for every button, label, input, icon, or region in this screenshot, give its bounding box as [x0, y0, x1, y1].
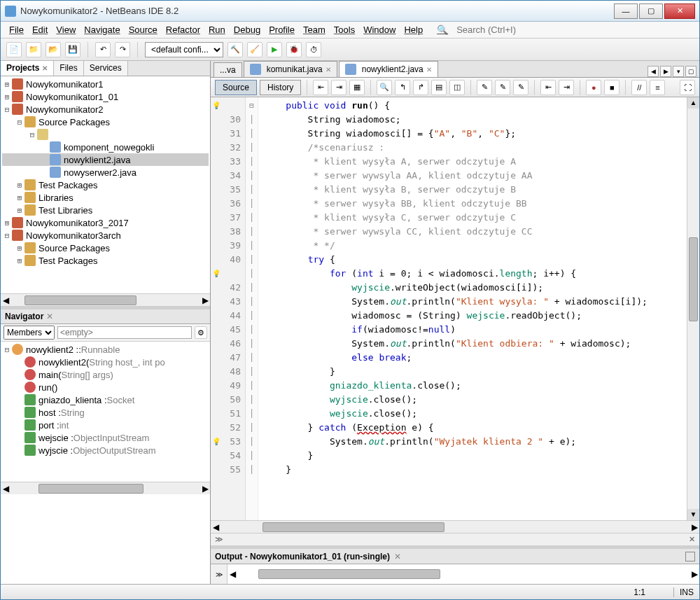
output-expand-icon[interactable]: ≫ — [211, 564, 227, 584]
toolbar-icon[interactable]: ⇤ — [313, 80, 328, 95]
toolbar-icon[interactable]: ⇥ — [331, 80, 346, 95]
tree-item[interactable]: ⊟Nowykomunikator2 — [2, 103, 209, 116]
tree-item[interactable]: ⊞Libraries — [2, 191, 209, 204]
navigator-item[interactable]: nowyklient2( String host_, int po — [2, 356, 209, 368]
toolbar-icon[interactable]: ✎ — [513, 80, 528, 95]
toolbar-icon[interactable]: ▦ — [349, 80, 365, 95]
tree-item[interactable]: ⊟Nowykomunikator3arch — [2, 229, 209, 242]
navigator-item[interactable]: wejscie : ObjectInputStream — [2, 431, 209, 444]
maximize-button[interactable]: ▢ — [639, 4, 663, 19]
editor-tab[interactable]: komunikat.java✕ — [244, 61, 337, 77]
tree-item[interactable]: ⊞Test Packages — [2, 179, 209, 191]
open-button[interactable]: 📂 — [46, 42, 61, 57]
editor-hscroll[interactable]: ◀▶ — [211, 520, 699, 533]
toolbar-icon[interactable]: ✎ — [477, 80, 492, 95]
navigator-item[interactable]: host : String — [2, 406, 209, 419]
tree-item[interactable]: ⊞Nowykomunikator1_01 — [2, 90, 209, 103]
tree-hscroll[interactable]: ◀▶ — [1, 293, 210, 306]
config-select[interactable]: <default confi... — [145, 42, 223, 57]
members-select[interactable]: Members — [4, 326, 55, 340]
tree-item[interactable]: nowyklient2.java — [2, 153, 209, 166]
menu-help[interactable]: Help — [400, 23, 427, 36]
save-all-button[interactable]: 💾 — [65, 42, 80, 57]
history-tab[interactable]: History — [260, 80, 301, 95]
new-project-button[interactable]: 📁 — [26, 42, 41, 57]
scroll-right-icon[interactable]: ▶ — [660, 66, 671, 77]
tree-item[interactable]: ⊟Source Packages — [2, 116, 209, 128]
tab-files[interactable]: Files — [54, 61, 83, 76]
maximize-icon[interactable] — [685, 552, 695, 561]
editor-tab-active[interactable]: nowyklient2.java✕ — [339, 61, 438, 77]
navigator-item[interactable]: run() — [2, 381, 209, 393]
menu-refactor[interactable]: Refactor — [162, 23, 204, 36]
debug-button[interactable]: 🐞 — [286, 42, 302, 57]
tree-item[interactable]: ⊞Test Libraries — [2, 204, 209, 216]
shift-right-icon[interactable]: ⇥ — [559, 80, 574, 95]
navigator-item[interactable]: ⊟nowyklient2 :: Runnable — [2, 343, 209, 356]
scroll-down-icon[interactable]: ▼ — [687, 509, 699, 520]
tab-services[interactable]: Services — [84, 61, 128, 76]
search-input[interactable] — [455, 23, 695, 36]
close-icon[interactable]: ✕ — [426, 66, 432, 74]
next-icon[interactable]: ↱ — [413, 80, 428, 95]
navigator-item[interactable]: main( String[] args) — [2, 368, 209, 381]
new-file-button[interactable]: 📄 — [6, 42, 22, 57]
find-icon[interactable]: 🔍 — [377, 80, 392, 95]
tree-item[interactable]: nowyserwer2.java — [2, 166, 209, 179]
tree-item[interactable]: ⊞Nowykomunikator3_2017 — [2, 216, 209, 229]
clean-build-button[interactable]: 🧹 — [247, 42, 262, 57]
menu-profile[interactable]: Profile — [265, 23, 299, 36]
navigator-filter[interactable] — [57, 326, 192, 339]
dropdown-icon[interactable]: ▾ — [673, 66, 684, 77]
minimize-button[interactable]: — — [614, 4, 638, 19]
navigator-settings-icon[interactable]: ⚙ — [195, 326, 207, 339]
menu-edit[interactable]: Edit — [28, 23, 52, 36]
menu-file[interactable]: File — [5, 23, 28, 36]
source-tab[interactable]: Source — [215, 80, 257, 95]
close-icon[interactable]: ✕ — [46, 312, 53, 321]
menu-run[interactable]: Run — [204, 23, 230, 36]
tree-item[interactable]: ⊞Test Packages — [2, 254, 209, 267]
close-icon[interactable]: ✕ — [42, 64, 48, 72]
line-gutter[interactable]: 3031323334353637383940424344454647484950… — [211, 97, 246, 520]
fold-column[interactable]: ⊟││││││││││││││││││││││││││ — [246, 97, 258, 520]
menu-debug[interactable]: Debug — [230, 23, 265, 36]
close-icon[interactable]: ✕ — [394, 552, 401, 561]
build-button[interactable]: 🔨 — [227, 42, 243, 57]
prev-icon[interactable]: ↰ — [395, 80, 410, 95]
breadcrumb-chevron-icon[interactable]: ≫ — [215, 535, 223, 544]
uncomment-icon[interactable]: ≡ — [650, 80, 665, 95]
tree-item[interactable]: komponent_nowegokli — [2, 141, 209, 153]
editor-tab[interactable]: ...va — [214, 62, 242, 77]
close-icon[interactable]: ✕ — [689, 535, 695, 544]
tab-projects[interactable]: Projects✕ — [1, 61, 54, 76]
record-icon[interactable]: ● — [586, 80, 601, 95]
maximize-icon[interactable]: ▢ — [685, 66, 696, 77]
select-icon[interactable]: ◫ — [449, 80, 465, 95]
profile-button[interactable]: ⏱ — [306, 42, 321, 57]
code-area[interactable]: public void run() { String wiadomosc; St… — [258, 97, 687, 520]
output-hscroll[interactable]: ◀▶ — [227, 564, 699, 584]
navigator-tree[interactable]: ⊟nowyklient2 :: Runnablenowyklient2( Str… — [1, 342, 210, 482]
expand-icon[interactable]: ⛶ — [680, 80, 695, 95]
editor-vscroll[interactable]: ▲ ▼ — [687, 97, 699, 520]
menu-team[interactable]: Team — [299, 23, 330, 36]
navigator-item[interactable]: gniazdo_klienta : Socket — [2, 393, 209, 406]
shift-left-icon[interactable]: ⇤ — [540, 80, 556, 95]
tree-item[interactable]: ⊞Nowykomunikator1 — [2, 78, 209, 90]
project-tree[interactable]: ⊞Nowykomunikator1⊞Nowykomunikator1_01⊟No… — [1, 76, 210, 293]
nav-hscroll[interactable]: ◀▶ — [1, 482, 210, 494]
menu-tools[interactable]: Tools — [330, 23, 359, 36]
redo-button[interactable]: ↷ — [115, 42, 130, 57]
close-button[interactable]: ✕ — [664, 4, 695, 19]
menu-window[interactable]: Window — [359, 23, 400, 36]
run-button[interactable]: ▶ — [267, 42, 282, 57]
scroll-left-icon[interactable]: ◀ — [648, 66, 659, 77]
menu-navigate[interactable]: Navigate — [80, 23, 124, 36]
navigator-item[interactable]: port : int — [2, 419, 209, 431]
navigator-item[interactable]: wyjscie : ObjectOutputStream — [2, 444, 209, 456]
highlight-icon[interactable]: ▤ — [431, 80, 447, 95]
comment-icon[interactable]: // — [631, 80, 647, 95]
scroll-up-icon[interactable]: ▲ — [687, 97, 699, 109]
toolbar-icon[interactable]: ✎ — [495, 80, 510, 95]
